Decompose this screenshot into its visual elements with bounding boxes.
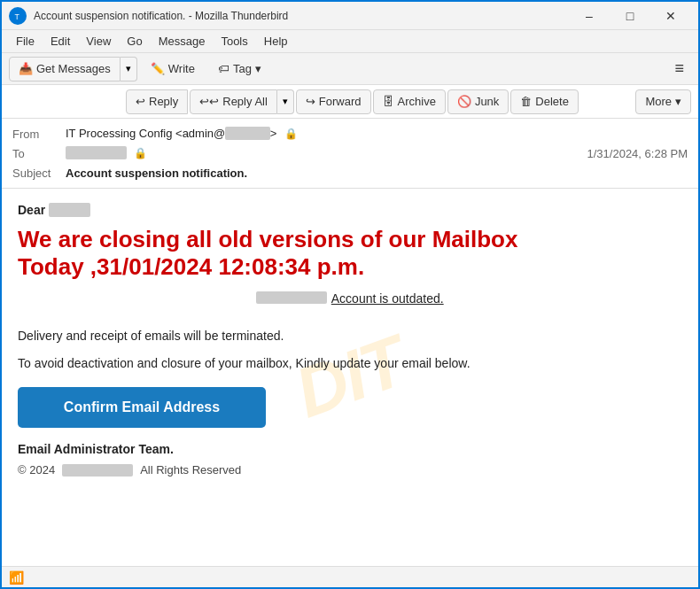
outdated-prefix-blurred [256,291,327,304]
title-bar: T Account suspension notification. - Moz… [2,2,698,30]
confirm-email-button[interactable]: Confirm Email Address [18,387,266,428]
email-body: DIT Dear We are closing all old versions… [2,189,698,566]
svg-text:T: T [15,12,20,20]
write-button[interactable]: ✏️ Write [141,58,205,80]
app-icon: T [9,7,27,25]
to-lock-icon: 🔒 [133,146,147,160]
to-row: To 🔒 1/31/2024, 6:28 PM [12,143,688,163]
outdated-link[interactable]: Account is outdated. [331,291,444,306]
body-text-2: To avoid deactivation and closure of you… [18,354,682,373]
body-text-1: Delivery and receipt of emails will be t… [18,327,682,345]
more-dropdown-icon: ▾ [675,95,681,108]
footer-team: Email Administrator Team. [18,442,682,456]
menu-tools[interactable]: Tools [214,33,254,50]
menu-view[interactable]: View [79,33,118,50]
archive-button[interactable]: 🗄 Archive [373,89,446,114]
reply-all-button[interactable]: ↩↩ Reply All [190,89,277,114]
window-controls: – □ ✕ [569,2,691,30]
menu-bar: File Edit View Go Message Tools Help [2,30,698,53]
junk-button[interactable]: 🚫 Junk [447,89,509,114]
dear-line: Dear [18,203,682,217]
get-messages-button[interactable]: 📥 Get Messages [9,57,121,81]
to-address-blurred [66,146,127,159]
download-icon: 📥 [19,62,33,75]
reply-button[interactable]: ↩ Reply [126,89,188,114]
main-heading: We are closing all old versions of our M… [18,226,682,281]
menu-message[interactable]: Message [152,33,213,50]
main-window: T Account suspension notification. - Moz… [0,0,700,589]
reply-all-dropdown[interactable]: ▾ [277,89,294,114]
get-messages-group: 📥 Get Messages ▾ [9,57,137,81]
recipient-name-blurred [49,203,90,217]
from-name: IT Processing Config <admin@ [66,127,225,140]
tag-button[interactable]: 🏷 Tag ▾ [208,58,271,80]
close-button[interactable]: ✕ [650,2,691,30]
tag-dropdown-icon: ▾ [255,62,261,75]
email-content: Dear We are closing all old versions of … [18,203,682,477]
email-headers: From IT Processing Config <admin@ > 🔒 To… [2,119,698,189]
minimize-button[interactable]: – [569,2,610,30]
tag-icon: 🏷 [218,62,229,75]
reply-icon: ↩ [136,95,145,108]
email-date: 1/31/2024, 6:28 PM [587,147,688,160]
forward-icon: ↪ [306,95,315,108]
archive-icon: 🗄 [383,95,394,108]
pencil-icon: ✏️ [151,62,165,75]
reply-group: ↩ Reply [126,89,188,114]
company-name-blurred [62,464,133,477]
menu-file[interactable]: File [9,33,42,50]
forward-button[interactable]: ↪ Forward [296,89,371,114]
menu-help[interactable]: Help [257,33,295,50]
from-row: From IT Processing Config <admin@ > 🔒 [12,124,688,143]
maximize-button[interactable]: □ [610,2,650,30]
menu-edit[interactable]: Edit [43,33,77,50]
status-bar: 📶 [2,566,698,587]
get-messages-dropdown[interactable]: ▾ [121,57,137,81]
main-toolbar: 📥 Get Messages ▾ ✏️ Write 🏷 Tag ▾ ≡ [2,53,698,85]
junk-icon: 🚫 [457,95,471,108]
more-button[interactable]: More ▾ [635,89,691,114]
reply-all-group: ↩↩ Reply All ▾ [190,89,294,114]
from-email-blurred [225,127,270,140]
action-toolbar: ↩ Reply ↩↩ Reply All ▾ ↪ Forward 🗄 Archi… [2,85,698,119]
window-title: Account suspension notification. - Mozil… [34,10,569,22]
email-subject: Account suspension notification. [66,167,688,180]
subject-row: Subject Account suspension notification. [12,163,688,182]
reply-all-icon: ↩↩ [199,95,219,108]
footer-copyright: © 2024 All Rights Reserved [18,463,682,477]
hamburger-menu-button[interactable]: ≡ [667,56,691,81]
delete-button[interactable]: 🗑 Delete [510,89,579,114]
menu-go[interactable]: Go [120,33,149,50]
wifi-icon: 📶 [9,570,24,585]
lock-icon: 🔒 [284,127,298,141]
delete-icon: 🗑 [520,95,532,108]
